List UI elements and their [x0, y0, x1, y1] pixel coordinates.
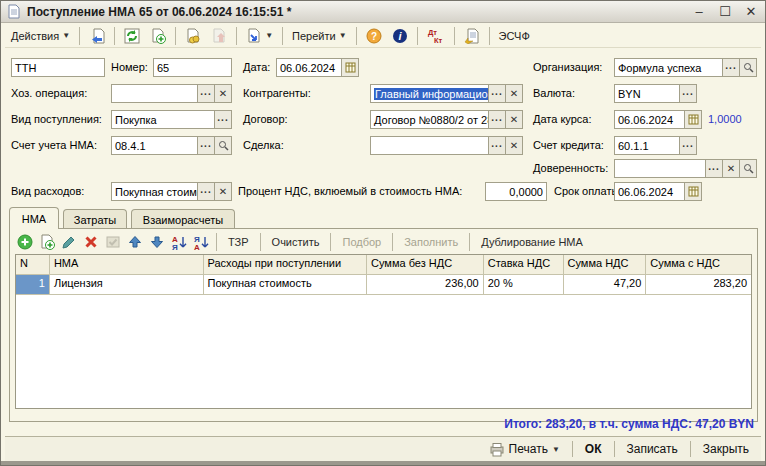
cell-vat-rate[interactable]: 20 %	[484, 275, 564, 294]
edit-row-icon[interactable]	[59, 233, 79, 251]
clear-icon[interactable]: ✕	[505, 137, 522, 154]
clear-icon[interactable]: ✕	[214, 183, 231, 200]
sort-desc-icon[interactable]: ЯА	[191, 233, 211, 251]
contract-field[interactable]: Договор №0880/2 от 28 ... ✕	[370, 110, 523, 129]
calendar-icon[interactable]	[684, 111, 701, 128]
title-bar: Поступление НМА 65 от 06.06.2024 16:15:5…	[1, 1, 765, 23]
tzr-button[interactable]: ТЗР	[222, 236, 255, 248]
clear-table-button[interactable]: Очистить	[266, 236, 326, 248]
tab-vzaimoraschety[interactable]: Взаиморасчеты	[131, 209, 235, 229]
close-button[interactable]: ✕	[743, 4, 759, 19]
choose-icon[interactable]: ...	[679, 137, 696, 154]
deal-field[interactable]: ... ✕	[370, 136, 523, 155]
choose-icon[interactable]: ...	[488, 137, 505, 154]
nma-account-field[interactable]: 08.4.1 ...	[111, 136, 232, 155]
counterparties-field[interactable]: Главный информационн ... ✕	[370, 84, 523, 103]
duplicate-nma-button[interactable]: Дублирование НМА	[475, 236, 589, 248]
refresh-icon[interactable]	[120, 25, 144, 47]
cell-num[interactable]: 1	[16, 275, 50, 294]
choose-icon[interactable]: ...	[679, 85, 696, 102]
choose-icon[interactable]: ...	[197, 85, 214, 102]
header-vat-rate[interactable]: Ставка НДС	[484, 255, 564, 274]
choose-icon[interactable]: ...	[722, 59, 739, 76]
header-vat-sum[interactable]: Сумма НДС	[564, 255, 647, 274]
organization-field[interactable]: Формула успеха ...	[614, 58, 757, 77]
cell-sum-no-vat[interactable]: 236,00	[367, 275, 484, 294]
actions-button[interactable]: Действия▼	[7, 25, 74, 47]
ok-button[interactable]: ОК	[577, 442, 610, 456]
date-field[interactable]: 06.06.2024	[276, 58, 359, 77]
credit-account-label: Счет кредита:	[533, 139, 604, 151]
copy-document-icon[interactable]	[146, 25, 170, 47]
post-document-icon[interactable]	[181, 25, 205, 47]
delete-row-icon[interactable]	[81, 233, 101, 251]
number-label: Номер:	[111, 61, 148, 73]
magnifier-icon[interactable]	[739, 160, 756, 177]
calendar-icon[interactable]	[341, 59, 358, 76]
table-row[interactable]: 1 Лицензия Покупная стоимость 236,00 20 …	[16, 275, 751, 295]
eschf-document-icon[interactable]	[460, 25, 484, 47]
svg-text:А: А	[194, 243, 200, 251]
cell-sum-with-vat[interactable]: 283,20	[646, 275, 751, 294]
header-nma[interactable]: НМА	[50, 255, 204, 274]
expense-type-field[interactable]: Покупная стоимо ... ✕	[111, 182, 232, 201]
document-icon	[7, 4, 21, 19]
unpost-document-icon	[207, 25, 231, 47]
info-icon[interactable]: i	[388, 25, 412, 47]
eschf-button[interactable]: ЭСЧФ	[495, 25, 534, 47]
help-icon[interactable]: ?	[362, 25, 386, 47]
clear-icon[interactable]: ✕	[214, 85, 231, 102]
output-document-icon[interactable]: ▼	[242, 25, 277, 47]
number-field[interactable]: 65	[153, 58, 232, 77]
payment-due-field[interactable]: 06.06.2024	[614, 182, 702, 201]
reread-icon[interactable]	[85, 25, 109, 47]
calendar-icon[interactable]	[684, 183, 701, 200]
dropdown-caret-icon: ▼	[265, 31, 273, 40]
vat-percent-field[interactable]: 0,0000	[485, 182, 547, 201]
header-num[interactable]: N	[16, 255, 50, 274]
totals-line: Итого: 283,20, в т.ч. сумма НДС: 47,20 B…	[504, 417, 754, 431]
receipt-type-field[interactable]: Покупка ...	[111, 110, 232, 129]
choose-icon[interactable]: ...	[488, 85, 505, 102]
clear-icon[interactable]: ✕	[722, 160, 739, 177]
choose-icon[interactable]: ...	[488, 111, 505, 128]
rate-date-label: Дата курса:	[533, 113, 592, 125]
business-operation-field[interactable]: ... ✕	[111, 84, 232, 103]
print-button[interactable]: Печать ▼	[481, 442, 568, 457]
move-down-icon[interactable]	[147, 233, 167, 251]
header-sum-with-vat[interactable]: Сумма с НДС	[646, 255, 751, 274]
dtkt-postings-icon[interactable]: ДтКт	[423, 25, 449, 47]
save-button[interactable]: Записать	[619, 442, 686, 456]
tab-nma[interactable]: НМА	[9, 207, 59, 229]
sort-asc-icon[interactable]: АЯ	[169, 233, 189, 251]
copy-row-icon[interactable]	[37, 233, 57, 251]
proxy-field[interactable]: ... ✕	[614, 159, 757, 178]
cell-nma[interactable]: Лицензия	[50, 275, 204, 294]
document-window: Поступление НМА 65 от 06.06.2024 16:15:5…	[0, 0, 766, 466]
clear-icon[interactable]: ✕	[505, 111, 522, 128]
clear-icon[interactable]: ✕	[505, 85, 522, 102]
end-edit-icon	[103, 233, 123, 251]
choose-icon[interactable]: ...	[214, 111, 231, 128]
move-up-icon[interactable]	[125, 233, 145, 251]
pick-button: Подбор	[336, 236, 387, 248]
magnifier-icon[interactable]	[214, 137, 231, 154]
choose-icon[interactable]: ...	[705, 160, 722, 177]
tab-zatraty[interactable]: Затраты	[63, 209, 127, 229]
credit-account-field[interactable]: 60.1.1 ...	[614, 136, 697, 155]
goto-button[interactable]: Перейти▼	[288, 25, 351, 47]
choose-icon[interactable]: ...	[197, 183, 214, 200]
maximize-button[interactable]: ☐	[717, 4, 733, 19]
header-expenses[interactable]: Расходы при поступлении	[204, 255, 368, 274]
cell-vat-sum[interactable]: 47,20	[564, 275, 647, 294]
doc-type-field[interactable]: ТТН	[11, 58, 105, 77]
magnifier-icon[interactable]	[739, 59, 756, 76]
currency-field[interactable]: BYN ...	[614, 84, 697, 103]
close-form-button[interactable]: Закрыть	[695, 442, 757, 456]
choose-icon[interactable]: ...	[197, 137, 214, 154]
rate-date-field[interactable]: 06.06.2024	[614, 110, 702, 129]
cell-expenses[interactable]: Покупная стоимость	[204, 275, 368, 294]
minimize-button[interactable]: –	[691, 4, 707, 19]
header-sum-no-vat[interactable]: Сумма без НДС	[367, 255, 484, 274]
add-row-icon[interactable]	[15, 233, 35, 251]
